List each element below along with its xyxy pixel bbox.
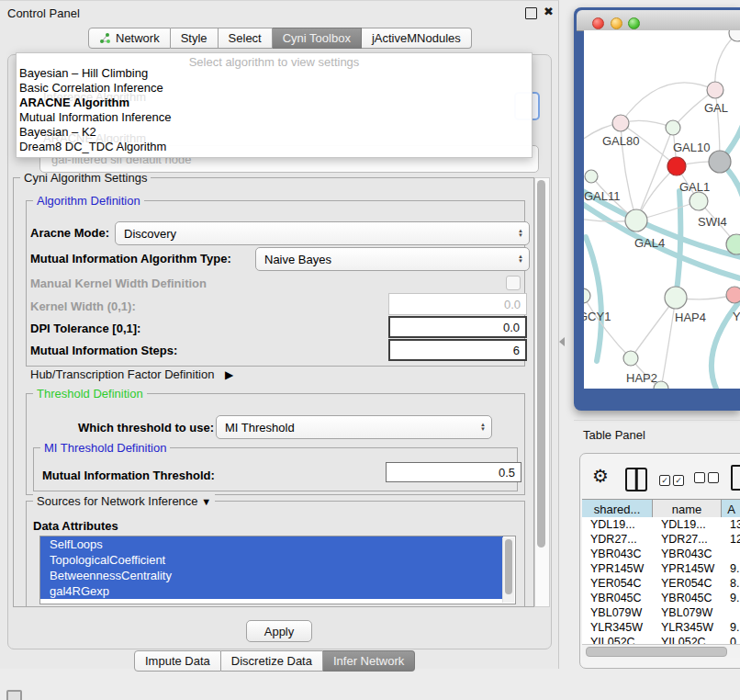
manual-kernel-checkbox[interactable] bbox=[506, 276, 521, 290]
algorithm-option[interactable]: ARACNE Algorithm bbox=[17, 96, 532, 110]
tab-select[interactable]: Select bbox=[219, 28, 273, 49]
table-row[interactable]: YBR045CYBR045C9. bbox=[582, 591, 740, 605]
network-window-titlebar[interactable] bbox=[577, 10, 740, 31]
network-canvas[interactable]: GALGAL80GAL10GAL1SWI4GAL11GAL4GCY1HAP4YH… bbox=[584, 30, 740, 389]
document-icon[interactable] bbox=[731, 465, 740, 491]
data-attributes-list[interactable]: SelfLoopsTopologicalCoefficientBetweenne… bbox=[39, 536, 516, 604]
traffic-light-zoom-icon[interactable] bbox=[628, 17, 640, 29]
network-edge[interactable] bbox=[715, 33, 737, 90]
table-row[interactable]: YDL19...YDL19...13 bbox=[582, 517, 740, 532]
tab-impute-data[interactable]: Impute Data bbox=[134, 650, 221, 672]
attribute-list-item[interactable]: gal4RGexp bbox=[40, 583, 503, 599]
network-edge[interactable] bbox=[584, 296, 631, 358]
mi-algorithm-type-label: Mutual Information Algorithm Type: bbox=[30, 252, 231, 265]
apply-button[interactable]: Apply bbox=[246, 620, 312, 642]
attribute-list-item[interactable]: SelfLoops bbox=[40, 536, 503, 552]
collapsed-panel-icon[interactable] bbox=[6, 690, 22, 700]
attribute-list-item[interactable]: BetweennessCentrality bbox=[40, 568, 503, 583]
table-header-row: shared... name A bbox=[582, 499, 740, 519]
network-node[interactable] bbox=[690, 192, 708, 210]
network-node-label: GAL11 bbox=[584, 189, 621, 203]
kernel-width-field[interactable]: 0.0 bbox=[388, 293, 527, 315]
algorithm-option[interactable]: Bayesian – Hill Climbing bbox=[17, 66, 532, 81]
float-window-icon[interactable] bbox=[525, 7, 537, 19]
dpi-tolerance-label: DPI Tolerance [0,1]: bbox=[30, 322, 140, 335]
tab-jactivemnodules[interactable]: jActiveMNodules bbox=[362, 28, 472, 49]
settings-group-title: Cyni Algorithm Settings bbox=[20, 171, 151, 185]
network-node[interactable] bbox=[665, 287, 687, 309]
algorithm-option[interactable]: Bayesian – K2 bbox=[17, 125, 532, 140]
network-node-label: GAL80 bbox=[602, 134, 639, 148]
table-cell: 9. bbox=[722, 562, 740, 575]
table-horizontal-scrollbar[interactable] bbox=[582, 644, 740, 658]
network-node[interactable] bbox=[623, 351, 638, 366]
mi-algorithm-type-combo[interactable]: Naive Bayes ▲▼ bbox=[255, 247, 530, 271]
hub-definition-toggle[interactable]: Hub/Transcription Factor Definition ▶ bbox=[30, 367, 233, 381]
settings-scrollbar[interactable] bbox=[534, 177, 550, 607]
traffic-light-close-icon[interactable] bbox=[592, 17, 604, 29]
network-node[interactable] bbox=[625, 209, 647, 231]
network-edge[interactable] bbox=[661, 298, 676, 389]
tab-style[interactable]: Style bbox=[171, 28, 219, 49]
scrollbar-thumb[interactable] bbox=[586, 647, 727, 657]
table-cell: YBL079W bbox=[582, 606, 653, 619]
which-threshold-label: Which threshold to use: bbox=[78, 421, 214, 435]
mi-threshold-field[interactable]: 0.5 bbox=[386, 462, 521, 482]
network-node[interactable] bbox=[707, 82, 723, 98]
network-node[interactable] bbox=[585, 170, 598, 183]
network-node[interactable] bbox=[726, 287, 740, 303]
attributes-list-scrollbar[interactable] bbox=[502, 537, 514, 603]
split-columns-icon[interactable] bbox=[625, 468, 647, 491]
checked-pair-icon[interactable]: ✓✓ bbox=[659, 472, 687, 486]
algorithm-option[interactable]: Dream8 DC_TDC Algorithm bbox=[17, 140, 532, 154]
table-row[interactable]: YIL052CYIL052C0 bbox=[582, 635, 740, 644]
table-row[interactable]: YLR345WYLR345W9. bbox=[582, 620, 740, 635]
table-row[interactable]: YBL079WYBL079W bbox=[582, 605, 740, 620]
network-edge[interactable] bbox=[621, 83, 715, 123]
network-node[interactable] bbox=[584, 288, 590, 303]
column-header-shared-name[interactable]: shared... bbox=[582, 500, 653, 518]
table-cell: YDL19... bbox=[582, 518, 653, 531]
network-edge[interactable] bbox=[712, 292, 740, 389]
mi-steps-field[interactable]: 6 bbox=[388, 339, 527, 361]
tab-network[interactable]: Network bbox=[88, 28, 171, 49]
dpi-tolerance-field[interactable]: 0.0 bbox=[388, 316, 527, 338]
column-header-third[interactable]: A bbox=[722, 500, 740, 518]
table-row[interactable]: YPR145WYPR145W9. bbox=[582, 561, 740, 576]
table-cell: YLR345W bbox=[653, 621, 722, 634]
tab-discretize-data[interactable]: Discretize Data bbox=[221, 650, 323, 672]
algorithm-option[interactable]: Basic Correlation Inference bbox=[17, 81, 532, 96]
attribute-list-item[interactable]: TopologicalCoefficient bbox=[40, 552, 503, 568]
which-threshold-combo[interactable]: MI Threshold ▲▼ bbox=[216, 415, 492, 439]
spinner-arrows-icon: ▲▼ bbox=[518, 229, 523, 238]
table-cell: YPR145W bbox=[653, 562, 722, 575]
spinner-arrows-icon: ▲▼ bbox=[518, 254, 523, 264]
network-node[interactable] bbox=[612, 115, 629, 131]
sources-group-title[interactable]: Sources for Network Inference ▼ bbox=[33, 494, 215, 508]
table-cell: YPR145W bbox=[582, 562, 653, 575]
network-view-window[interactable]: GALGAL80GAL10GAL1SWI4GAL11GAL4GCY1HAP4YH… bbox=[574, 7, 740, 411]
network-node[interactable] bbox=[667, 157, 686, 175]
table-row[interactable]: YBR043CYBR043C bbox=[582, 547, 740, 561]
aracne-mode-combo[interactable]: Discovery ▲▼ bbox=[115, 221, 530, 245]
traffic-light-minimize-icon[interactable] bbox=[611, 17, 622, 29]
network-node[interactable] bbox=[666, 120, 680, 135]
tab-infer-network[interactable]: Infer Network bbox=[323, 650, 415, 672]
network-edge[interactable] bbox=[636, 128, 673, 220]
scrollbar-thumb[interactable] bbox=[505, 539, 512, 594]
gear-icon[interactable]: ⚙ bbox=[592, 465, 609, 487]
scrollbar-thumb[interactable] bbox=[537, 180, 545, 548]
table-panel-header: Table Panel bbox=[574, 420, 740, 448]
table-row[interactable]: YER054CYER054C8. bbox=[582, 576, 740, 591]
table-row[interactable]: YDR27...YDR27...12 bbox=[582, 532, 740, 547]
split-pane-collapse-handle[interactable] bbox=[559, 337, 565, 346]
unchecked-pair-icon[interactable] bbox=[694, 472, 722, 486]
algorithm-option[interactable]: Mutual Information Inference bbox=[17, 110, 532, 125]
column-header-name[interactable]: name bbox=[653, 500, 722, 518]
tab-cyni-toolbox[interactable]: Cyni Toolbox bbox=[273, 28, 362, 49]
network-node-label: GAL4 bbox=[634, 236, 665, 250]
control-panel-titlebar[interactable]: Control Panel ✖ bbox=[0, 1, 558, 25]
network-node[interactable] bbox=[709, 151, 731, 173]
close-icon[interactable]: ✖ bbox=[544, 5, 554, 18]
table-cell: 9. bbox=[722, 592, 740, 604]
